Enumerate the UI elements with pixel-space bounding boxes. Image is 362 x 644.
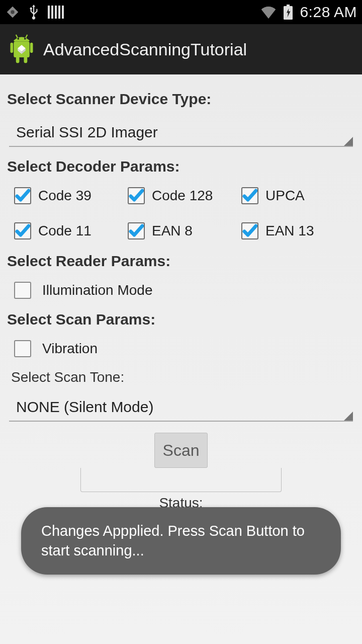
result-panel xyxy=(80,468,282,492)
svg-rect-11 xyxy=(11,43,14,53)
svg-rect-3 xyxy=(51,6,53,19)
svg-rect-8 xyxy=(287,5,290,6)
wifi-icon xyxy=(260,6,277,19)
scan-button[interactable]: Scan xyxy=(154,433,208,468)
checkbox-label: Illumination Mode xyxy=(42,282,152,298)
spinner-device-type[interactable]: Serial SSI 2D Imager xyxy=(9,120,353,147)
decoder-grid: Code 39Code 128UPCACode 11EAN 8EAN 13 xyxy=(14,187,355,239)
svg-rect-14 xyxy=(24,56,28,63)
checkbox-decoder-3[interactable]: Code 11 xyxy=(14,222,128,239)
svg-line-15 xyxy=(16,35,18,38)
checkbox-box xyxy=(14,340,31,357)
svg-rect-5 xyxy=(58,6,60,19)
checkbox-label: UPCA xyxy=(265,188,305,204)
checkbox-label: Vibration xyxy=(42,341,98,357)
label-scan-params: Select Scan Params: xyxy=(7,311,355,328)
spinner-scan-tone-value: NONE (Silent Mode) xyxy=(16,398,153,415)
checkbox-box xyxy=(14,187,31,204)
share-icon xyxy=(5,5,20,20)
checkbox-illumination-mode[interactable]: Illumination Mode xyxy=(14,282,355,299)
content: Select Scanner Device Type: Serial SSI 2… xyxy=(0,74,362,644)
checkbox-decoder-1[interactable]: Code 128 xyxy=(128,187,241,204)
label-decoder-params: Select Decoder Params: xyxy=(7,158,355,175)
checkbox-box xyxy=(128,222,145,239)
toast-message: Changes Appplied. Press Scan Button to s… xyxy=(41,523,305,558)
status-bar: 6:28 AM xyxy=(0,0,362,24)
toast: Changes Appplied. Press Scan Button to s… xyxy=(21,507,341,575)
app-icon xyxy=(8,32,35,66)
usb-icon xyxy=(27,4,40,21)
checkbox-decoder-4[interactable]: EAN 8 xyxy=(128,222,241,239)
svg-rect-2 xyxy=(48,6,50,19)
checkbox-decoder-5[interactable]: EAN 13 xyxy=(241,222,355,239)
svg-rect-13 xyxy=(16,56,20,63)
checkbox-label: Code 11 xyxy=(38,223,92,239)
checkbox-decoder-0[interactable]: Code 39 xyxy=(14,187,128,204)
label-scanner-device-type: Select Scanner Device Type: xyxy=(7,91,355,108)
checkbox-box xyxy=(14,282,31,299)
app-title: AdvancedScanningTutorial xyxy=(43,40,247,59)
checkbox-label: Code 128 xyxy=(152,188,213,204)
svg-rect-4 xyxy=(55,6,57,19)
scan-button-label: Scan xyxy=(163,441,200,460)
spinner-scan-tone[interactable]: NONE (Silent Mode) xyxy=(9,394,353,422)
checkbox-box xyxy=(241,222,258,239)
clock: 6:28 AM xyxy=(300,4,357,21)
dropdown-triangle-icon xyxy=(344,137,353,146)
checkbox-label: Code 39 xyxy=(38,188,92,204)
label-scan-tone: Select Scan Tone: xyxy=(11,369,355,385)
action-bar: AdvancedScanningTutorial xyxy=(0,24,362,74)
svg-point-1 xyxy=(11,10,15,14)
checkbox-box xyxy=(128,187,145,204)
checkbox-decoder-2[interactable]: UPCA xyxy=(241,187,355,204)
checkbox-box xyxy=(14,222,31,239)
checkbox-vibration[interactable]: Vibration xyxy=(14,340,355,357)
battery-charging-icon xyxy=(284,5,293,20)
checkbox-label: EAN 8 xyxy=(152,223,193,239)
checkbox-label: EAN 13 xyxy=(265,223,314,239)
svg-point-17 xyxy=(17,38,19,40)
spinner-device-type-value: Serial SSI 2D Imager xyxy=(16,124,158,140)
label-reader-params: Select Reader Params: xyxy=(7,253,355,270)
checkbox-box xyxy=(241,187,258,204)
barcode-icon xyxy=(47,5,64,20)
dropdown-triangle-icon xyxy=(344,412,353,421)
svg-rect-6 xyxy=(62,6,64,19)
svg-point-18 xyxy=(24,38,26,40)
svg-line-16 xyxy=(26,35,27,38)
svg-rect-12 xyxy=(30,43,33,53)
